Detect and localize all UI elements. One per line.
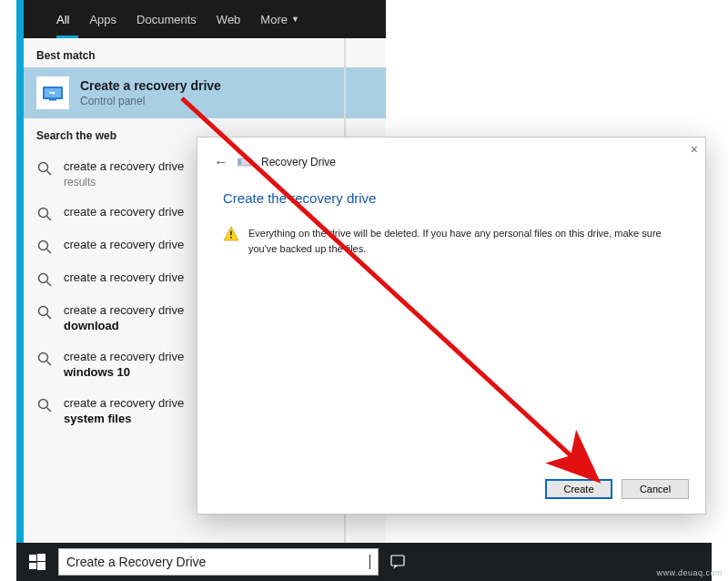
svg-point-5 xyxy=(39,208,48,217)
best-match-header: Best match xyxy=(24,38,386,67)
search-box[interactable] xyxy=(58,548,379,576)
best-match-subtitle: Control panel xyxy=(80,95,221,107)
cortana-icon xyxy=(389,554,406,570)
dialog-title: Create the recovery drive xyxy=(197,170,705,206)
svg-rect-25 xyxy=(230,237,232,239)
best-match-text: Create a recovery drive Control panel xyxy=(80,78,221,107)
search-icon xyxy=(36,160,53,177)
create-button[interactable]: Create xyxy=(545,479,612,499)
tab-documents[interactable]: Documents xyxy=(136,13,197,26)
back-button[interactable]: ← xyxy=(214,154,228,170)
best-match-icon-wrap xyxy=(36,76,69,109)
svg-point-15 xyxy=(39,399,48,408)
text-caret xyxy=(369,555,370,569)
svg-point-9 xyxy=(39,273,48,282)
taskbar xyxy=(16,543,712,581)
search-icon xyxy=(36,304,53,321)
svg-point-11 xyxy=(39,306,48,315)
svg-rect-23 xyxy=(238,159,241,165)
tab-web[interactable]: Web xyxy=(217,13,241,26)
web-result-label: create a recovery drivewindows 10 xyxy=(64,349,184,381)
start-button[interactable] xyxy=(16,543,58,581)
tab-all[interactable]: All xyxy=(56,13,69,26)
accent-stripe xyxy=(16,0,24,565)
best-match-title: Create a recovery drive xyxy=(80,78,221,93)
search-icon xyxy=(36,206,53,222)
web-result-label: create a recovery driveresults xyxy=(64,158,184,189)
svg-line-12 xyxy=(47,314,52,319)
svg-point-3 xyxy=(39,163,48,172)
tab-apps[interactable]: Apps xyxy=(89,13,116,26)
watermark: www.deuaq.com xyxy=(656,568,723,577)
tab-more[interactable]: More ▼ xyxy=(260,13,299,26)
recovery-drive-icon xyxy=(41,84,65,102)
search-icon xyxy=(36,397,53,413)
dialog-header: ← Recovery Drive xyxy=(197,138,705,170)
svg-point-7 xyxy=(39,240,48,250)
best-match-item[interactable]: Create a recovery drive Control panel xyxy=(24,67,386,118)
svg-line-6 xyxy=(47,216,52,220)
svg-line-8 xyxy=(47,249,52,253)
dialog-buttons: Create Cancel xyxy=(545,479,689,499)
dialog-body: Everything on the drive will be deleted.… xyxy=(197,206,705,256)
cortana-button[interactable] xyxy=(379,543,417,581)
chevron-down-icon: ▼ xyxy=(291,15,299,24)
recovery-drive-dialog: × ← Recovery Drive Create the recovery d… xyxy=(197,137,706,515)
search-icon xyxy=(36,239,53,255)
search-icon xyxy=(36,351,53,367)
svg-line-4 xyxy=(47,171,52,176)
search-input[interactable] xyxy=(66,555,369,569)
svg-rect-21 xyxy=(391,556,404,566)
dialog-header-title: Recovery Drive xyxy=(261,156,336,168)
search-icon xyxy=(36,271,53,288)
tab-more-label: More xyxy=(260,13,288,26)
web-result-label: create a recovery drive xyxy=(64,204,184,220)
web-result-label: create a recovery drive xyxy=(64,237,184,253)
warning-icon xyxy=(223,226,239,242)
web-result-label: create a recovery drivedownload xyxy=(64,302,184,334)
svg-rect-24 xyxy=(230,231,232,236)
svg-point-13 xyxy=(39,352,48,362)
svg-rect-20 xyxy=(37,562,46,570)
svg-rect-19 xyxy=(29,563,36,569)
close-button[interactable]: × xyxy=(691,142,698,157)
dialog-message: Everything on the drive will be deleted.… xyxy=(248,226,680,256)
svg-line-14 xyxy=(47,361,52,365)
svg-rect-18 xyxy=(37,554,46,561)
drive-icon xyxy=(238,157,252,168)
cancel-button[interactable]: Cancel xyxy=(622,479,689,499)
svg-line-16 xyxy=(47,407,52,412)
svg-rect-17 xyxy=(29,555,36,561)
windows-logo-icon xyxy=(29,554,46,570)
web-result-label: create a recovery drivesystem files xyxy=(64,395,184,427)
search-tabs: All Apps Documents Web More ▼ xyxy=(24,0,386,38)
web-result-label: create a recovery drive xyxy=(64,270,184,286)
svg-rect-2 xyxy=(49,99,56,101)
svg-line-10 xyxy=(47,281,52,286)
